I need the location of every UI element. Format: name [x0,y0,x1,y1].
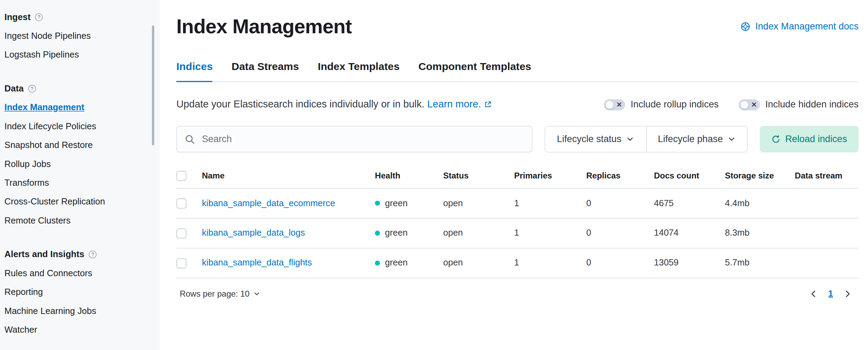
primaries-cell: 1 [514,248,586,278]
health-cell: green [375,258,439,268]
page-number-1[interactable]: 1 [828,289,833,299]
sidebar-heading-data: Data ? [5,79,149,98]
sidebar-heading-label: Alerts and Insights [5,250,84,260]
sidebar-item-transforms[interactable]: Transforms [5,174,149,192]
sidebar-item-index-management[interactable]: Index Management [5,98,149,117]
health-green-dot-icon [375,230,380,235]
indices-table: Name Health Status Primaries Replicas Do… [176,166,859,278]
chevron-left-icon [809,289,818,298]
toggle-thumb [605,100,614,109]
table-footer: Rows per page: 10 1 [176,288,859,299]
help-icon[interactable]: ? [28,85,36,93]
column-header-storage-size[interactable]: Storage size [725,166,795,189]
search-input[interactable] [201,133,524,145]
sidebar-item-index-lifecycle-policies[interactable]: Index Lifecycle Policies [5,117,149,136]
data-stream-cell [795,248,859,278]
table-row: kibana_sample_data_ecommerce green open … [176,189,859,218]
controls-row: Update your Elasticsearch indices indivi… [176,99,859,111]
health-cell: green [375,228,439,238]
sidebar-item-logstash-pipelines[interactable]: Logstash Pipelines [5,45,149,64]
lifecycle-status-filter[interactable]: Lifecycle status [545,126,646,152]
learn-more-link[interactable]: Learn more. [427,99,492,111]
refresh-icon [771,135,780,144]
index-name-link[interactable]: kibana_sample_data_ecommerce [202,198,335,208]
rows-per-page-selector[interactable]: Rows per page: 10 [176,288,263,299]
chevron-down-icon [253,290,260,297]
column-header-replicas[interactable]: Replicas [586,166,654,189]
toggle-label: Include rollup indices [631,99,719,110]
sidebar-item-cross-cluster-replication[interactable]: Cross-Cluster Replication [5,192,149,211]
column-header-status[interactable]: Status [443,166,514,189]
include-hidden-indices-toggle[interactable] [739,99,760,110]
docs-count-cell: 4675 [654,189,725,218]
toggle-off-x-icon [617,102,622,107]
rows-per-page-label: Rows per page: 10 [180,289,249,298]
kibana-index-management-page: Ingest ? Ingest Node Pipelines Logstash … [0,0,868,350]
reload-indices-button[interactable]: Reload indices [760,126,859,153]
health-cell: green [375,198,439,208]
hidden-indices-toggle-group: Include hidden indices [739,99,859,110]
column-header-primaries[interactable]: Primaries [514,166,586,189]
data-stream-cell [795,189,859,218]
data-stream-cell [795,218,859,248]
sidebar-item-watcher[interactable]: Watcher [5,321,149,339]
sidebar-section-ingest: Ingest ? Ingest Node Pipelines Logstash … [5,8,149,64]
column-header-data-stream[interactable]: Data stream [795,166,859,189]
primaries-cell: 1 [514,189,586,218]
table-header-row: Name Health Status Primaries Replicas Do… [176,166,859,189]
table-row: kibana_sample_data_flights green open 1 … [176,248,859,278]
health-label: green [385,258,407,268]
health-label: green [385,198,407,208]
tab-bar: Indices Data Streams Index Templates Com… [176,61,859,82]
page-header: Index Management Index Management docs [176,15,859,38]
lifecycle-phase-filter[interactable]: Lifecycle phase [646,126,747,152]
index-name-link[interactable]: kibana_sample_data_flights [202,258,312,267]
health-green-dot-icon [375,260,380,265]
status-cell: open [443,248,514,278]
include-rollup-indices-toggle[interactable] [604,99,625,110]
replicas-cell: 0 [586,189,654,218]
help-icon[interactable]: ? [89,251,96,258]
column-header-health[interactable]: Health [375,166,443,189]
next-page-button[interactable] [842,288,853,299]
filter-label: Lifecycle status [557,134,622,145]
filter-label: Lifecycle phase [658,134,723,145]
row-checkbox[interactable] [176,228,186,238]
index-name-link[interactable]: kibana_sample_data_logs [202,228,305,237]
sidebar-heading-ingest: Ingest ? [5,8,149,26]
sidebar-item-reporting[interactable]: Reporting [5,283,149,301]
sidebar-item-ingest-node-pipelines[interactable]: Ingest Node Pipelines [5,27,149,45]
table-row: kibana_sample_data_logs green open 1 0 1… [176,218,859,248]
docs-link[interactable]: Index Management docs [740,21,859,32]
management-sidebar: Ingest ? Ingest Node Pipelines Logstash … [0,0,160,350]
toggle-thumb [740,100,749,109]
search-row: Lifecycle status Lifecycle phase [176,126,859,153]
tab-index-templates[interactable]: Index Templates [318,61,400,82]
sidebar-item-rules-and-connectors[interactable]: Rules and Connectors [5,264,149,283]
previous-page-button[interactable] [808,288,819,299]
docs-count-cell: 14074 [654,218,725,248]
chevron-down-icon [626,135,634,143]
row-checkbox[interactable] [176,258,186,268]
row-checkbox[interactable] [176,199,186,209]
storage-size-cell: 8.3mb [725,218,795,248]
select-all-checkbox[interactable] [176,171,186,181]
docs-count-cell: 13059 [654,248,725,278]
tab-component-templates[interactable]: Component Templates [418,61,531,82]
tab-indices[interactable]: Indices [176,61,213,82]
tab-data-streams[interactable]: Data Streams [232,61,299,82]
pagination: 1 [808,288,858,299]
help-icon[interactable]: ? [35,13,43,21]
toggle-group-container: Include rollup indices Include hidden in… [604,99,858,110]
status-cell: open [443,218,514,248]
sidebar-item-machine-learning-jobs[interactable]: Machine Learning Jobs [5,301,149,320]
column-header-name[interactable]: Name [202,166,375,189]
sidebar-item-remote-clusters[interactable]: Remote Clusters [5,211,149,230]
sidebar-scrollbar[interactable] [152,26,154,146]
storage-size-cell: 4.4mb [725,189,795,218]
sidebar-item-snapshot-and-restore[interactable]: Snapshot and Restore [5,136,149,155]
health-green-dot-icon [375,201,380,205]
sidebar-item-rollup-jobs[interactable]: Rollup Jobs [5,155,149,173]
reload-button-label: Reload indices [785,134,847,145]
column-header-docs-count[interactable]: Docs count [654,166,725,189]
